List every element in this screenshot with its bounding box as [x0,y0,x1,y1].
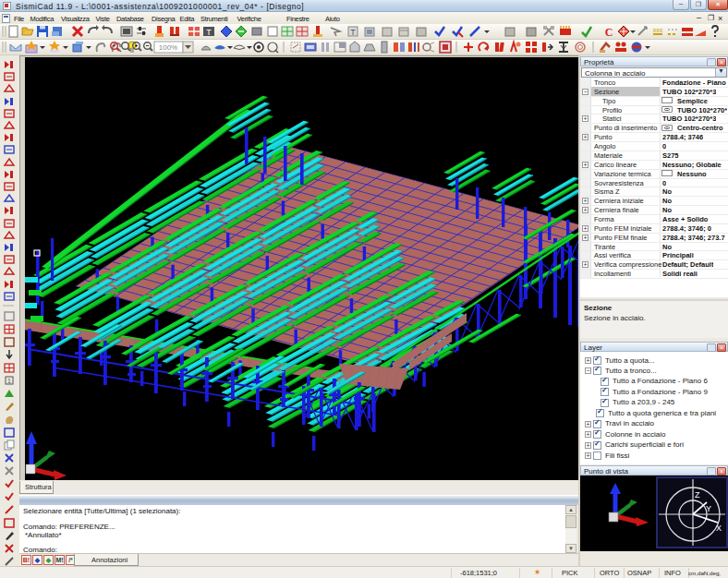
svg-text:xxx: xxx [653,27,663,33]
svg-text:100%: 100% [159,43,177,52]
svg-text:C: C [605,26,613,39]
svg-text:X: X [716,524,722,533]
svg-text:T: T [206,28,212,37]
svg-text:T: T [350,28,356,37]
svg-text:1: 1 [7,378,11,384]
svg-text:Z: Z [695,490,700,500]
svg-text:Y: Y [706,504,711,513]
